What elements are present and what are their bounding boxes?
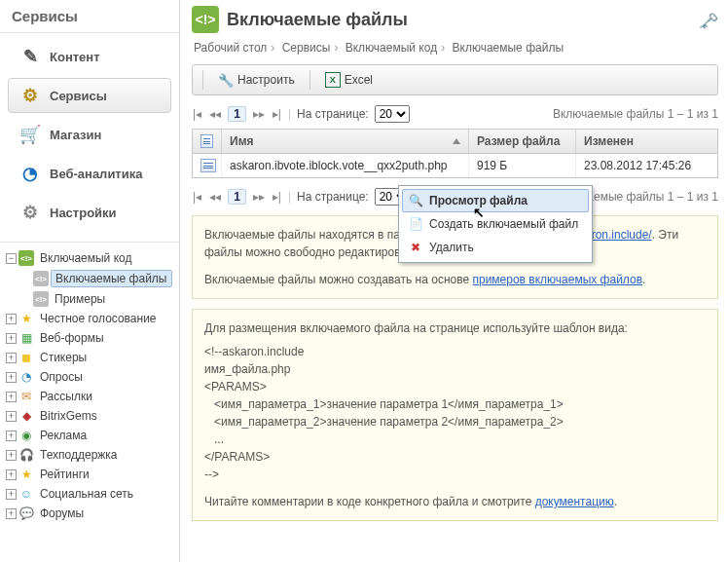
table-row[interactable]: askaron.ibvote.iblock.vote__qxx2puth.php… (193, 154, 717, 177)
section-label: Контент (50, 50, 100, 64)
tree-node-bitrixgems[interactable]: + ◆ BitrixGems (6, 406, 175, 426)
expand-icon[interactable]: + (6, 508, 17, 519)
tree-label: Опросы (36, 369, 87, 385)
grid: Имя Размер файла Изменен askaron.ibvote.… (192, 129, 718, 178)
expand-icon[interactable]: + (6, 353, 17, 363)
menu-icon[interactable] (200, 159, 216, 172)
expand-icon[interactable]: + (6, 314, 17, 324)
tree-label: Реклама (36, 428, 91, 443)
code-icon: <!> (18, 250, 34, 266)
tree-node-forums[interactable]: + 💬 Форумы (6, 504, 175, 523)
code-sample: <!--askaron.include имя_файла.php <PARAM… (204, 343, 706, 483)
tree-node-include-code[interactable]: − <!> Включаемый код (6, 248, 175, 268)
docs-link[interactable]: документацию (535, 495, 614, 508)
prev-page-icon[interactable]: ◂◂ (208, 190, 222, 204)
tree-node-support[interactable]: + 🎧 Техподдержка (6, 445, 175, 465)
key-icon[interactable]: 🗝️ (699, 12, 718, 27)
tree-node-ratings[interactable]: + ★ Рейтинги (6, 465, 175, 484)
per-page-select[interactable]: 20 (375, 105, 410, 123)
per-page-label: На странице: (297, 107, 369, 121)
examples-link[interactable]: примеров включаемых файлов (472, 273, 642, 286)
tree-label: Форумы (36, 506, 88, 521)
crumb[interactable]: Включаемый код (346, 41, 437, 55)
section-label: Магазин (50, 128, 101, 142)
expand-icon[interactable]: + (6, 392, 17, 402)
code-large-icon: <!> (192, 6, 219, 33)
expand-icon[interactable]: + (6, 489, 17, 500)
ctx-label: Удалить (429, 241, 474, 254)
col-header-size[interactable]: Размер файла (469, 130, 576, 153)
first-page-icon[interactable]: |◂ (192, 107, 202, 121)
next-page-icon[interactable]: ▸▸ (252, 190, 266, 204)
col-label: Размер файла (477, 134, 560, 148)
row-menu-cell[interactable] (193, 154, 222, 177)
tree-label: Стикеры (36, 350, 91, 365)
menu-icon[interactable] (200, 134, 213, 148)
expand-icon[interactable]: + (6, 469, 17, 480)
first-page-icon[interactable]: |◂ (192, 190, 202, 204)
tree-node-polls[interactable]: + ◔ Опросы (6, 367, 175, 387)
tree-node-social[interactable]: + ☺ Социальная сеть (6, 484, 175, 504)
tree-node-examples[interactable]: <!> Примеры (20, 289, 175, 309)
grid-header: Имя Размер файла Изменен (193, 130, 717, 154)
cell-modified: 23.08.2012 17:45:26 (576, 154, 717, 177)
info-panel-template: Для размещения включаемого файла на стра… (192, 309, 718, 521)
configure-button[interactable]: 🔧 Настроить (211, 69, 302, 91)
code-icon: <!> (33, 271, 49, 286)
tree-node-webforms[interactable]: + ▦ Веб-формы (6, 328, 175, 348)
expand-icon[interactable]: + (6, 372, 17, 383)
collapse-icon[interactable]: − (6, 253, 17, 264)
col-header-name[interactable]: Имя (222, 130, 469, 153)
smile-icon: ☺ (18, 486, 34, 502)
expand-icon[interactable]: + (6, 450, 17, 461)
section-content[interactable]: ✎ Контент (8, 39, 171, 74)
col-header-modified[interactable]: Изменен (576, 130, 717, 153)
prev-page-icon[interactable]: ◂◂ (208, 107, 222, 121)
form-icon: ▦ (18, 330, 34, 346)
cart-icon: 🛒 (18, 123, 42, 146)
mail-icon: ✉ (18, 389, 34, 404)
section-settings[interactable]: ⚙ Настройки (8, 195, 171, 230)
section-analytics[interactable]: ◔ Веб-аналитика (8, 156, 171, 191)
ctx-label: Просмотр файла (429, 194, 528, 207)
ctx-delete[interactable]: ✖ Удалить (402, 236, 589, 259)
ctx-view-file[interactable]: 🔍 Просмотр файла ↖ (402, 189, 589, 212)
col-label: Изменен (584, 134, 634, 148)
tree-node-include-files[interactable]: <!> Включаемые файлы (20, 268, 175, 289)
settings-gears-icon: ⚙ (18, 201, 42, 224)
section-list: ✎ Контент ⚙ Сервисы 🛒 Магазин ◔ Веб-анал… (0, 33, 179, 242)
tree-label: Рейтинги (36, 467, 93, 482)
crumb[interactable]: Рабочий стол (194, 41, 267, 55)
chat-icon: 💬 (18, 506, 34, 521)
expand-icon[interactable]: + (6, 411, 17, 422)
tree-node-mail[interactable]: + ✉ Рассылки (6, 387, 175, 406)
col-header-check[interactable] (193, 130, 222, 153)
tree-node-ads[interactable]: + ◉ Реклама (6, 426, 175, 445)
section-shop[interactable]: 🛒 Магазин (8, 117, 171, 152)
col-label: Имя (230, 134, 254, 148)
last-page-icon[interactable]: ▸| (272, 190, 282, 204)
last-page-icon[interactable]: ▸| (272, 107, 282, 121)
expand-icon[interactable]: + (6, 431, 17, 441)
pie-chart-icon: ◔ (18, 162, 42, 185)
next-page-icon[interactable]: ▸▸ (252, 107, 266, 121)
tree: − <!> Включаемый код <!> Включаемые файл… (0, 242, 179, 562)
gear-icon: ⚙ (18, 84, 42, 107)
section-services[interactable]: ⚙ Сервисы (8, 78, 171, 113)
ctx-label: Создать включаемый файл (429, 217, 578, 231)
sticker-icon: ◼ (18, 350, 34, 365)
magnifier-icon: 🔍 (408, 193, 423, 208)
gem-icon: ◆ (18, 408, 34, 424)
current-page: 1 (228, 106, 246, 122)
tree-node-stickers[interactable]: + ◼ Стикеры (6, 348, 175, 367)
cell-name: askaron.ibvote.iblock.vote__qxx2puth.php (222, 154, 469, 177)
star-icon: ★ (18, 311, 34, 326)
crumb[interactable]: Сервисы (282, 41, 331, 55)
context-menu: 🔍 Просмотр файла ↖ 📄 Создать включаемый … (398, 185, 593, 263)
tree-node-voting[interactable]: + ★ Честное голосование (6, 309, 175, 328)
breadcrumb: Рабочий стол› Сервисы› Включаемый код› В… (194, 41, 718, 55)
ctx-create-file[interactable]: 📄 Создать включаемый файл (402, 212, 589, 236)
expand-icon[interactable]: + (6, 333, 17, 344)
excel-button[interactable]: X Excel (318, 69, 380, 91)
section-label: Веб-аналитика (50, 167, 142, 181)
